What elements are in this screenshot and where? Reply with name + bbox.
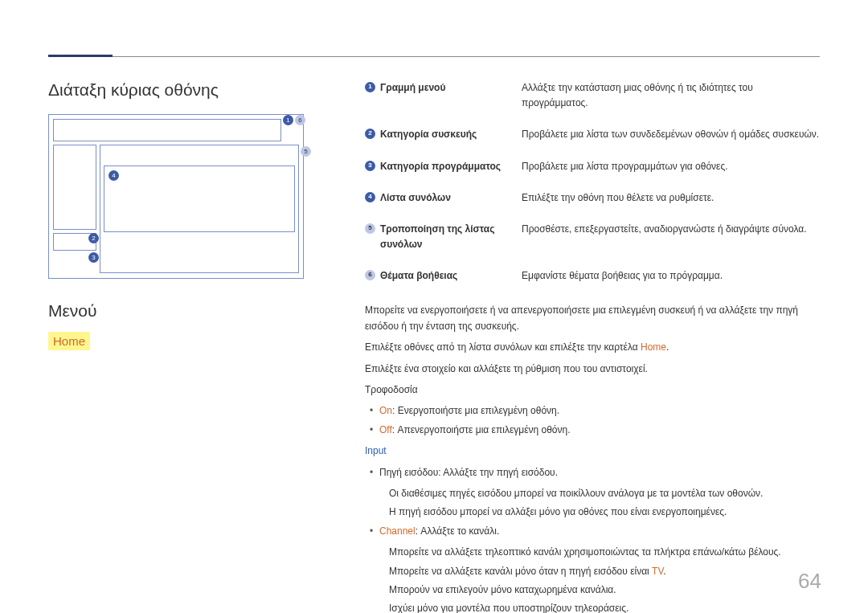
- home-tab-label: Home: [48, 332, 90, 350]
- diagram-bullet-1: 1: [283, 115, 293, 125]
- home-keyword: Home: [641, 341, 666, 353]
- page-number: 64: [798, 569, 821, 594]
- legend-bullet: 3: [365, 161, 375, 171]
- legend-bullet: 5: [365, 223, 375, 234]
- page-divider: [48, 56, 820, 57]
- legend-bullet: 4: [365, 192, 375, 202]
- legend-bullet: 2: [365, 129, 375, 139]
- section-title: Διάταξη κύριας οθόνης: [48, 80, 313, 100]
- legend-table: 1Γραμμή μενού Αλλάξτε την κατάσταση μιας…: [365, 80, 820, 284]
- layout-diagram: 1 6 5 4 2 3: [48, 114, 313, 279]
- legend-row: 6Θέματα βοήθειας Εμφανίστε θέματα βοήθει…: [365, 268, 820, 284]
- legend-bullet: 6: [365, 270, 375, 280]
- legend-row: 3Κατηγορία προγράμματος Προβάλετε μια λί…: [365, 159, 820, 174]
- legend-bullet: 1: [365, 82, 375, 92]
- input-label: Input: [365, 443, 820, 459]
- diagram-bullet-6: 6: [295, 115, 305, 125]
- diagram-bullet-5: 5: [301, 146, 311, 157]
- page-divider-accent: [48, 55, 113, 57]
- body-text: Μπορείτε να ενεργοποιήσετε ή να απενεργο…: [365, 302, 820, 614]
- diagram-bullet-4: 4: [108, 170, 119, 181]
- diagram-bullet-3: 3: [88, 252, 99, 263]
- legend-row: 4Λίστα συνόλων Επιλέξτε την οθόνη που θέ…: [365, 190, 820, 206]
- legend-row: 5Τροποποίηση της λίστας συνόλων Προσθέστ…: [365, 222, 820, 252]
- diagram-bullet-2: 2: [88, 233, 99, 243]
- channel-keyword: Channel: [379, 525, 416, 537]
- legend-row: 1Γραμμή μενού Αλλάξτε την κατάσταση μιας…: [365, 80, 820, 111]
- legend-row: 2Κατηγορία συσκευής Προβάλετε μια λίστα …: [365, 127, 820, 142]
- menu-heading: Μενού: [48, 301, 313, 321]
